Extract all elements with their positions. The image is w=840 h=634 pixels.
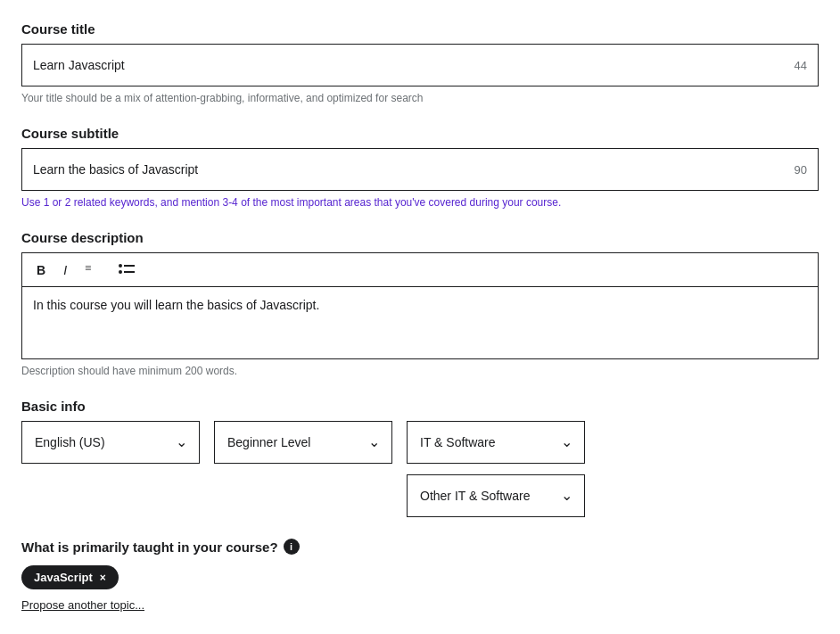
info-icon: i <box>284 539 300 555</box>
description-hint: Description should have minimum 200 word… <box>21 365 819 377</box>
course-title-input-wrapper: 44 <box>21 44 819 86</box>
subcategory-select-wrapper: Other IT & Software IT Certifications Ne… <box>407 474 585 517</box>
language-select-wrapper: English (US) Spanish French German <box>21 421 200 464</box>
ordered-list-button[interactable]: ≡ <box>81 260 104 279</box>
language-select[interactable]: English (US) Spanish French German <box>21 421 200 464</box>
bold-button[interactable]: B <box>33 261 49 279</box>
subcategory-select[interactable]: Other IT & Software IT Certifications Ne… <box>407 474 585 517</box>
course-subtitle-input-wrapper: 90 <box>21 148 819 191</box>
course-subtitle-input[interactable] <box>33 162 787 177</box>
level-select-wrapper: Beginner Level Intermediate Level Expert… <box>214 421 392 464</box>
basic-info-label: Basic info <box>21 399 819 414</box>
tag-close-button[interactable]: × <box>100 572 106 583</box>
course-description-label: Course description <box>21 230 819 245</box>
propose-topic-link[interactable]: Propose another topic... <box>21 598 144 612</box>
javascript-tag: JavaScript × <box>21 565 119 589</box>
category-select[interactable]: IT & Software Development Business Desig… <box>407 421 585 464</box>
course-subtitle-label: Course subtitle <box>21 126 819 141</box>
course-subtitle-section: Course subtitle 90 Use 1 or 2 related ke… <box>21 126 819 209</box>
svg-text:≡: ≡ <box>85 262 91 275</box>
topics-tags: JavaScript × <box>21 565 819 589</box>
course-subtitle-hint: Use 1 or 2 related keywords, and mention… <box>21 196 819 209</box>
course-title-input[interactable] <box>33 58 787 72</box>
topics-label: What is primarily taught in your course?… <box>21 539 819 555</box>
italic-button[interactable]: I <box>60 261 70 279</box>
basic-info-row: English (US) Spanish French German Begin… <box>21 421 819 517</box>
svg-rect-4 <box>124 271 135 273</box>
description-editor: B I ≡ In this course you will learn the … <box>21 252 819 359</box>
tag-label: JavaScript <box>34 571 93 584</box>
basic-info-section: Basic info English (US) Spanish French G… <box>21 399 819 517</box>
course-description-section: Course description B I ≡ In this course … <box>21 230 819 377</box>
description-content[interactable]: In this course you will learn the basics… <box>22 287 818 358</box>
topics-section: What is primarily taught in your course?… <box>21 539 819 612</box>
editor-toolbar: B I ≡ <box>22 253 818 287</box>
course-title-hint: Your title should be a mix of attention-… <box>21 92 819 104</box>
course-subtitle-char-count: 90 <box>795 163 807 177</box>
course-title-label: Course title <box>21 21 819 37</box>
level-select[interactable]: Beginner Level Intermediate Level Expert… <box>214 421 392 464</box>
course-title-char-count: 44 <box>795 59 807 72</box>
category-col: IT & Software Development Business Desig… <box>407 421 585 517</box>
svg-rect-2 <box>124 265 135 267</box>
svg-point-1 <box>119 264 122 268</box>
svg-point-3 <box>119 270 122 274</box>
course-title-section: Course title 44 Your title should be a m… <box>21 21 819 104</box>
unordered-list-button[interactable] <box>115 260 138 279</box>
category-select-wrapper: IT & Software Development Business Desig… <box>407 421 585 464</box>
